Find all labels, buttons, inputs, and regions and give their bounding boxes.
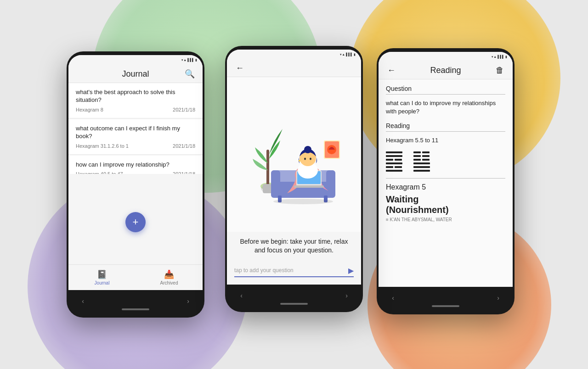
journal-nav-label: Journal	[95, 280, 110, 285]
phone-3-nav-row: ‹ ›	[392, 294, 499, 302]
journal-item-2[interactable]: what outcome can I expect if I finish my…	[68, 119, 203, 155]
nav-journal[interactable]: 📓 Journal	[68, 265, 136, 290]
hexagram-5-title: Hexagram 5	[386, 183, 505, 191]
home-pill-1[interactable]	[122, 308, 149, 310]
reading-label: Reading	[386, 122, 505, 129]
reading-screen: ▾▲ ▌▌▌ ▮ ← Reading 🗑 Question what can I…	[379, 52, 513, 287]
reading-detail: Question what can I do to improve my rel…	[379, 79, 513, 287]
home-pill-2[interactable]	[280, 303, 308, 305]
send-icon[interactable]: ▶	[348, 266, 354, 275]
status-icons-3: ▾▲ ▌▌▌ ▮	[492, 55, 507, 59]
hex2-line-3a	[413, 159, 421, 161]
reading-divider	[386, 131, 505, 132]
journal-item-2-meta: Hexagram 31.1.2.6 to 1 2021/1/18	[76, 143, 195, 149]
hexagram-ref: Hexagram 5.5 to 11	[386, 136, 505, 145]
phone-3-bottom-bar: ‹ ›	[379, 289, 513, 313]
svg-rect-13	[294, 185, 324, 188]
hexagram-symbol-right	[413, 151, 430, 172]
hex-line-4	[386, 162, 402, 164]
hex2-line-3b	[422, 159, 430, 161]
question-text: what can I do to improve my relationship…	[386, 99, 505, 116]
question-screen: ▾▲ ▌▌▌ ▮ ←	[227, 50, 361, 285]
back-arrow-1[interactable]: ‹	[82, 297, 84, 305]
journal-nav-icon: 📓	[97, 269, 107, 280]
journal-item-1-hexagram: Hexagram 8	[76, 107, 103, 112]
question-input-placeholder[interactable]: tap to add your question	[234, 264, 348, 276]
add-journal-button[interactable]: +	[125, 212, 146, 232]
journal-item-2-hexagram: Hexagram 31.1.2.6 to 1	[76, 143, 129, 149]
before-text: Before we begin: take your time, relax a…	[227, 232, 361, 261]
forward-arrow-1[interactable]: ›	[187, 297, 189, 305]
journal-screen: ▾▲ ▌▌▌ ▮ Journal 🔍 what's the best appro…	[68, 55, 203, 290]
bottom-navigation: 📓 Journal 📥 Archived	[68, 264, 203, 290]
svg-rect-6	[271, 170, 280, 198]
hex2-line-1a	[413, 151, 421, 153]
svg-point-16	[304, 146, 311, 153]
journal-item-1-date: 2021/1/18	[173, 107, 195, 112]
archived-nav-icon: 📥	[164, 269, 174, 280]
phone-1-bottom-bar: ‹ ›	[68, 292, 203, 316]
status-icons-1: ▾▲ ▌▌▌ ▮	[181, 58, 197, 62]
hex2-line-2a	[413, 155, 421, 157]
phone-journal: ▾▲ ▌▌▌ ▮ Journal 🔍 what's the best appro…	[67, 51, 204, 318]
archived-nav-label: Archived	[160, 280, 178, 285]
status-bar-1: ▾▲ ▌▌▌ ▮	[68, 55, 203, 65]
hex2-line-4	[413, 162, 430, 164]
hex2-line-6	[413, 170, 430, 172]
journal-app-bar: Journal 🔍	[68, 65, 203, 83]
nav-archived[interactable]: 📥 Archived	[136, 265, 203, 290]
reading-title: Reading	[397, 66, 494, 75]
home-pill-3[interactable]	[432, 305, 459, 307]
svg-point-17	[304, 158, 306, 160]
svg-rect-7	[326, 170, 335, 198]
hex-line-6	[386, 170, 402, 172]
journal-item-1-question: what's the best approach to solve this s…	[76, 89, 195, 104]
hex-line-3a	[386, 159, 393, 161]
status-icons-2: ▾▲ ▌▌▌ ▮	[340, 53, 356, 56]
illustration-area	[227, 77, 361, 232]
hexagram5-divider	[386, 178, 505, 179]
reading-illustration	[243, 104, 345, 205]
svg-point-18	[310, 158, 311, 160]
status-bar-2: ▾▲ ▌▌▌ ▮	[227, 50, 361, 60]
status-bar-3: ▾▲ ▌▌▌ ▮	[379, 52, 513, 62]
delete-icon[interactable]: 🗑	[494, 66, 505, 75]
phone-question: ▾▲ ▌▌▌ ▮ ←	[225, 46, 363, 312]
journal-item-2-question: what outcome can I expect if I finish my…	[76, 125, 195, 140]
journal-item-3[interactable]: how can I improve my relationship? Hexag…	[68, 156, 203, 174]
question-label: Question	[386, 85, 505, 92]
hex2-line-1b	[422, 151, 430, 153]
journal-item-1[interactable]: what's the best approach to solve this s…	[68, 83, 203, 118]
journal-item-2-date: 2021/1/18	[173, 143, 195, 149]
hexagram-5-sub: ≡ K'AN THE ABYSMAL, WATER	[386, 217, 505, 222]
hex2-line-5	[413, 166, 430, 168]
back-icon-2[interactable]: ←	[234, 63, 245, 73]
phones-container: ▾▲ ▌▌▌ ▮ Journal 🔍 what's the best appro…	[0, 0, 588, 369]
hex-line-1	[386, 151, 402, 153]
back-arrow-3[interactable]: ‹	[392, 294, 394, 302]
hex2-line-2b	[422, 155, 430, 157]
journal-list: what's the best approach to solve this s…	[68, 83, 203, 174]
question-input-area[interactable]: tap to add your question ▶	[234, 264, 354, 277]
phone-2-bottom-bar: ‹ ›	[227, 286, 361, 310]
svg-rect-1	[266, 150, 269, 186]
phone-1-nav-row: ‹ ›	[82, 297, 189, 305]
hex-line-5a	[386, 166, 393, 168]
hex-line-5b	[395, 166, 402, 168]
journal-item-1-meta: Hexagram 8 2021/1/18	[76, 107, 195, 112]
journal-item-3-question: how can I improve my relationship?	[76, 161, 195, 169]
svg-point-23	[273, 199, 333, 204]
forward-arrow-3[interactable]: ›	[497, 294, 499, 302]
forward-arrow-2[interactable]: ›	[345, 292, 348, 299]
back-arrow-2[interactable]: ‹	[240, 292, 243, 299]
question-divider	[386, 94, 505, 95]
hexagram-5-name: Waiting(Nourishment)	[386, 194, 505, 215]
hexagram-symbols	[386, 151, 505, 172]
back-icon-3[interactable]: ←	[386, 66, 397, 75]
hexagram-symbol-left	[386, 151, 402, 172]
hex-line-3b	[395, 159, 402, 161]
reading-app-bar: ← Reading 🗑	[379, 62, 513, 79]
search-icon[interactable]: 🔍	[184, 69, 195, 79]
phone-reading: ▾▲ ▌▌▌ ▮ ← Reading 🗑 Question what can I…	[377, 48, 514, 314]
svg-point-19	[299, 160, 300, 162]
